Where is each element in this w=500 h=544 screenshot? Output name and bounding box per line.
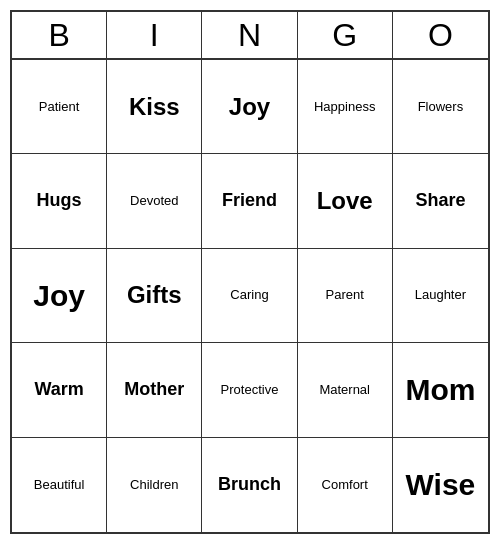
- bingo-cell-0-4: Flowers: [393, 60, 488, 153]
- bingo-cell-2-0: Joy: [12, 249, 107, 342]
- bingo-cell-1-0: Hugs: [12, 154, 107, 247]
- bingo-cell-0-2: Joy: [202, 60, 297, 153]
- bingo-row-4: BeautifulChildrenBrunchComfortWise: [12, 438, 488, 532]
- bingo-cell-2-1: Gifts: [107, 249, 202, 342]
- bingo-cell-0-1: Kiss: [107, 60, 202, 153]
- bingo-cell-1-3: Love: [298, 154, 393, 247]
- bingo-cell-4-2: Brunch: [202, 438, 297, 532]
- header-letter-g: G: [298, 12, 393, 58]
- bingo-cell-3-0: Warm: [12, 343, 107, 436]
- bingo-cell-3-4: Mom: [393, 343, 488, 436]
- header-letter-n: N: [202, 12, 297, 58]
- bingo-header: BINGO: [12, 12, 488, 60]
- header-letter-i: I: [107, 12, 202, 58]
- bingo-cell-0-3: Happiness: [298, 60, 393, 153]
- bingo-cell-4-0: Beautiful: [12, 438, 107, 532]
- bingo-cell-3-2: Protective: [202, 343, 297, 436]
- bingo-cell-1-2: Friend: [202, 154, 297, 247]
- bingo-card: BINGO PatientKissJoyHappinessFlowersHugs…: [10, 10, 490, 534]
- bingo-body: PatientKissJoyHappinessFlowersHugsDevote…: [12, 60, 488, 532]
- header-letter-b: B: [12, 12, 107, 58]
- bingo-cell-2-2: Caring: [202, 249, 297, 342]
- bingo-row-1: HugsDevotedFriendLoveShare: [12, 154, 488, 248]
- bingo-cell-3-1: Mother: [107, 343, 202, 436]
- bingo-row-0: PatientKissJoyHappinessFlowers: [12, 60, 488, 154]
- bingo-cell-4-4: Wise: [393, 438, 488, 532]
- bingo-cell-4-3: Comfort: [298, 438, 393, 532]
- bingo-row-2: JoyGiftsCaringParentLaughter: [12, 249, 488, 343]
- bingo-cell-1-4: Share: [393, 154, 488, 247]
- bingo-cell-0-0: Patient: [12, 60, 107, 153]
- bingo-row-3: WarmMotherProtectiveMaternalMom: [12, 343, 488, 437]
- bingo-cell-4-1: Children: [107, 438, 202, 532]
- header-letter-o: O: [393, 12, 488, 58]
- bingo-cell-2-4: Laughter: [393, 249, 488, 342]
- bingo-cell-1-1: Devoted: [107, 154, 202, 247]
- bingo-cell-3-3: Maternal: [298, 343, 393, 436]
- bingo-cell-2-3: Parent: [298, 249, 393, 342]
